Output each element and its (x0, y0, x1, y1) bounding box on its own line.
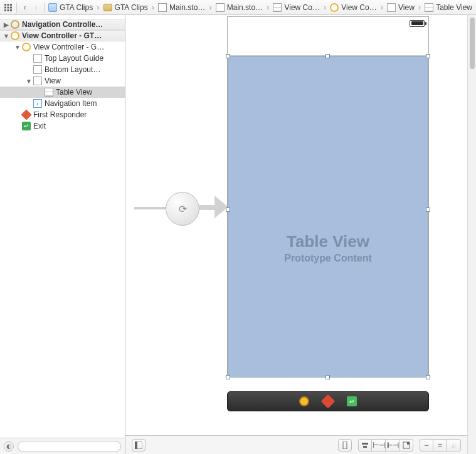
disclosure-triangle-icon[interactable]: ▶ (3, 21, 10, 28)
view-icon (33, 77, 42, 85)
outline-label: Bottom Layout… (45, 65, 100, 74)
breadcrumb-item[interactable]: Table View (423, 3, 473, 12)
outline-row[interactable]: Table View (0, 87, 125, 98)
selection-handle[interactable] (226, 54, 230, 58)
interface-builder-canvas[interactable]: ⟳ Table View Prototype Content (125, 15, 476, 454)
toggle-outline-button[interactable] (132, 439, 145, 451)
storyboard-icon (216, 3, 225, 12)
zoom-out-button[interactable]: − (420, 439, 433, 451)
svg-rect-7 (7, 9, 9, 11)
disclosure-triangle-icon[interactable]: ▼ (14, 44, 21, 51)
selection-handle[interactable] (426, 375, 430, 379)
selection-handle[interactable] (325, 54, 330, 58)
zoom-actual-button[interactable]: = (433, 439, 447, 451)
scene-icon (273, 3, 282, 12)
breadcrumb-separator: › (264, 3, 272, 12)
outline-row[interactable]: ▼ View Controller - G… (0, 41, 125, 53)
breadcrumb-item[interactable]: View Co… (329, 3, 378, 12)
view-controller-icon (330, 3, 339, 12)
breadcrumb-separator: › (378, 3, 386, 12)
table-view-icon (425, 3, 433, 12)
pin-button[interactable]: ⊢⊣ (372, 439, 386, 451)
disclosure-triangle-icon[interactable]: ▼ (25, 78, 33, 85)
related-items-button[interactable] (3, 2, 14, 13)
filter-scope-button[interactable]: ◐ (4, 441, 14, 451)
breadcrumb-bar: ‹ › GTA Clips › GTA Clips › Main.sto… › … (0, 0, 476, 15)
exit-dock-icon[interactable]: ↵ (347, 396, 357, 406)
resizing-button[interactable] (399, 439, 413, 451)
svg-rect-13 (363, 446, 367, 448)
disclosure-triangle-icon[interactable]: ▼ (3, 33, 10, 40)
scrollbar-thumb[interactable] (470, 18, 475, 69)
selection-handle[interactable] (426, 54, 430, 58)
svg-rect-10 (135, 441, 137, 449)
breadcrumb-label: Table View (436, 3, 472, 12)
vertical-scrollbar[interactable] (467, 15, 476, 454)
outline-row[interactable]: ▼ View (0, 75, 125, 87)
view-icon (387, 3, 396, 12)
breadcrumb-item[interactable]: Main.sto… (157, 3, 206, 12)
svg-rect-4 (7, 6, 9, 8)
outline-label: Table View (56, 88, 92, 97)
history-back-button[interactable]: ‹ (19, 2, 31, 13)
breadcrumb-item[interactable]: View Co… (272, 3, 320, 12)
svg-rect-15 (407, 442, 410, 445)
view-controller-dock-icon[interactable] (299, 396, 309, 406)
breadcrumb-label: Main.sto… (169, 3, 205, 12)
svg-rect-11 (343, 441, 347, 449)
outline-label: Exit (33, 122, 46, 130)
svg-rect-5 (10, 6, 12, 8)
document-outline: ▶ Navigation Controlle… ▼ View Controlle… (0, 15, 125, 454)
project-icon (48, 3, 57, 12)
outline-label: View Controller - GT… (22, 31, 102, 40)
resolve-issues-button[interactable]: ⊩⊣ (386, 439, 399, 451)
breadcrumb-item[interactable]: GTA Clips (47, 3, 94, 12)
svg-rect-3 (4, 6, 6, 8)
svg-rect-0 (4, 4, 6, 6)
selection-handle[interactable] (325, 375, 330, 379)
exit-icon: ↵ (22, 122, 31, 130)
view-controller-frame[interactable]: Table View Prototype Content (227, 16, 429, 377)
outline-label: Top Layout Guide (45, 54, 103, 63)
breadcrumb-label: Main.sto… (227, 3, 263, 12)
breadcrumb-label: View Co… (284, 3, 319, 12)
selection-handle[interactable] (226, 208, 230, 212)
first-responder-dock-icon[interactable] (321, 394, 336, 409)
layout-guide-icon (33, 54, 42, 63)
svg-rect-1 (7, 4, 9, 6)
outline-row[interactable]: Top Layout Guide (0, 53, 125, 64)
breadcrumb-item[interactable]: Main.sto… (214, 3, 264, 12)
navigation-bar[interactable] (228, 29, 428, 56)
outline-scene-row[interactable]: ▼ View Controller - GT… (0, 30, 125, 41)
breadcrumb-item[interactable]: View (386, 3, 416, 12)
entry-point-handle[interactable]: ⟳ (166, 192, 199, 226)
breadcrumb-separator: › (206, 3, 214, 12)
size-class-button[interactable] (338, 439, 352, 451)
svg-rect-12 (362, 443, 368, 445)
table-view-icon (45, 88, 53, 97)
outline-row[interactable]: First Responder (0, 109, 125, 120)
layout-guide-icon (33, 65, 42, 74)
history-forward-button[interactable]: › (30, 2, 41, 13)
selection-handle[interactable] (226, 375, 230, 379)
outline-row[interactable]: ↵ Exit (0, 120, 125, 132)
breadcrumb-label: View (398, 3, 415, 12)
breadcrumb-item[interactable]: GTA Clips (102, 3, 149, 12)
breadcrumb-separator: › (149, 3, 157, 12)
outline-label: Navigation Item (45, 99, 97, 108)
outline-scene-row[interactable]: ▶ Navigation Controlle… (0, 19, 125, 30)
scene-icon (11, 20, 19, 29)
align-button[interactable] (358, 439, 372, 451)
storyboard-icon (158, 3, 167, 12)
outline-row[interactable]: ‹ Navigation Item (0, 98, 125, 109)
outline-filter-input[interactable] (18, 441, 121, 452)
outline-footer: ◐ (0, 438, 125, 454)
first-responder-icon (21, 110, 32, 120)
breadcrumb-separator: › (94, 3, 102, 12)
outline-row[interactable]: Bottom Layout… (0, 64, 125, 75)
zoom-in-button[interactable]: ⌕ (447, 439, 461, 451)
selection-handle[interactable] (426, 208, 430, 212)
table-view[interactable]: Table View Prototype Content (228, 56, 428, 377)
view-controller-icon (22, 43, 31, 51)
navigation-item-icon: ‹ (33, 99, 42, 108)
